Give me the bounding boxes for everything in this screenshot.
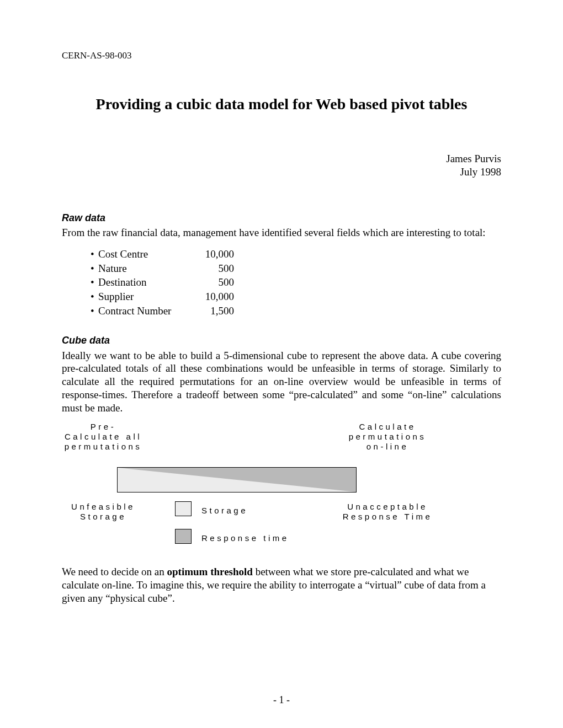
cube-data-p2: We need to decide on an optimum threshol…	[62, 565, 501, 604]
field-row: •Contract Number 1,500	[91, 304, 501, 318]
legend-swatch-response-icon	[175, 529, 192, 544]
field-name: Destination	[98, 276, 147, 288]
field-value: 500	[195, 275, 234, 290]
field-row: •Cost Centre 10,000	[91, 247, 501, 261]
diagram-label-unacceptable-response: Unacceptable Response Time	[338, 502, 437, 522]
section-heading-cube-data: Cube data	[62, 334, 501, 347]
field-row: •Destination 500	[91, 275, 501, 290]
cube-data-p1: Ideally we want to be able to build a 5-…	[62, 349, 501, 415]
field-row: •Nature 500	[91, 261, 501, 276]
field-name: Nature	[98, 263, 127, 274]
diagram-label-unfeasible-storage: Unfeasible Storage	[62, 502, 145, 522]
paper-title: Providing a cubic data model for Web bas…	[62, 94, 501, 114]
raw-data-intro: From the raw financial data, management …	[62, 226, 501, 239]
page-number: - 1 -	[0, 694, 563, 706]
field-value: 500	[195, 261, 234, 276]
document-id: CERN-AS-98-003	[62, 50, 501, 61]
tradeoff-diagram: Pre- Calculate all permutations Calculat…	[62, 422, 437, 554]
field-row: •Supplier 10,000	[91, 290, 501, 304]
field-value: 10,000	[195, 247, 234, 261]
field-name: Supplier	[98, 291, 134, 302]
diagram-label-calculate-online: Calculate permutations on-line	[341, 422, 434, 452]
author-block: James Purvis July 1998	[62, 152, 501, 179]
tradeoff-bar-icon	[118, 468, 356, 492]
legend-label-storage: Storage	[201, 506, 268, 516]
diagram-tradeoff-bar	[117, 467, 357, 493]
field-value: 10,000	[195, 290, 234, 304]
author-date: July 1998	[62, 165, 501, 179]
field-list: •Cost Centre 10,000 •Nature 500 •Destina…	[91, 247, 501, 318]
emphasis-optimum-threshold: optimum threshold	[167, 566, 253, 577]
field-name: Contract Number	[98, 305, 171, 317]
diagram-label-precalculate: Pre- Calculate all permutations	[62, 422, 145, 452]
legend-label-response: Response time	[201, 533, 312, 543]
field-name: Cost Centre	[98, 248, 148, 260]
author-name: James Purvis	[62, 152, 501, 165]
section-heading-raw-data: Raw data	[62, 212, 501, 224]
svg-marker-0	[118, 468, 356, 492]
page: CERN-AS-98-003 Providing a cubic data mo…	[0, 0, 563, 728]
field-value: 1,500	[195, 304, 234, 318]
legend-swatch-storage-icon	[175, 501, 192, 516]
